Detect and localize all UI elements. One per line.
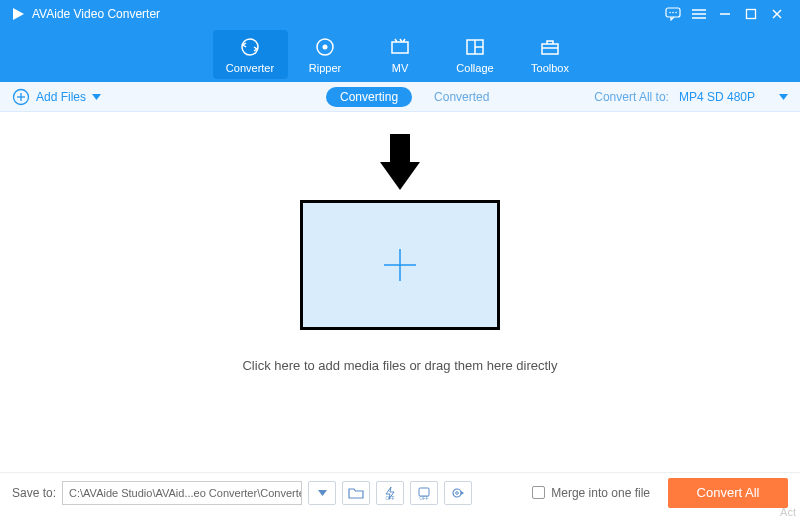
converter-icon [239,36,261,58]
add-files-label: Add Files [36,90,86,104]
footer: Save to: C:\AVAide Studio\AVAid...eo Con… [0,472,800,512]
checkbox-icon [532,486,545,499]
settings-button[interactable] [444,481,472,505]
tab-toolbox[interactable]: Toolbox [513,27,588,82]
convert-all-to-label: Convert All to: [594,90,669,104]
merge-label: Merge into one file [551,486,650,500]
speed-icon: OFF [417,486,431,500]
minimize-button[interactable] [712,2,738,26]
svg-marker-25 [779,94,788,100]
drop-hint: Click here to add media files or drag th… [242,358,557,373]
chevron-down-icon [779,94,788,100]
open-folder-button[interactable] [342,481,370,505]
convert-all-button[interactable]: Convert All [668,478,788,508]
svg-point-14 [323,44,328,49]
svg-rect-33 [419,488,429,496]
arrow-down-icon [375,132,425,192]
feedback-button[interactable] [660,2,686,26]
menu-button[interactable] [686,2,712,26]
merge-checkbox[interactable]: Merge into one file [532,486,650,500]
close-icon [771,8,783,20]
format-value: MP4 SD 480P [679,90,755,104]
tab-converter[interactable]: Converter [213,30,288,79]
ripper-icon [314,36,336,58]
tab-label: Ripper [309,62,341,74]
minimize-icon [719,8,731,20]
svg-text:OFF: OFF [420,496,429,500]
path-dropdown-button[interactable] [308,481,336,505]
subbar: Add Files Converting Converted Convert A… [0,82,800,112]
svg-point-3 [672,11,674,13]
activation-watermark: Act [780,506,796,518]
mv-icon [389,36,411,58]
chevron-down-icon [318,490,327,496]
tab-label: MV [392,62,409,74]
tab-ripper[interactable]: Ripper [288,27,363,82]
svg-point-2 [669,11,671,13]
app-logo: AVAide Video Converter [10,6,160,22]
tab-mv[interactable]: MV [363,27,438,82]
save-path-field[interactable]: C:\AVAide Studio\AVAid...eo Converter\Co… [62,481,302,505]
svg-marker-24 [92,94,101,100]
main-area: Click here to add media files or drag th… [0,112,800,470]
save-to-label: Save to: [12,486,56,500]
svg-point-12 [242,39,258,55]
add-files-button[interactable]: Add Files [12,88,101,106]
tab-label: Converter [226,62,274,74]
lightning-icon: OFF [383,486,397,500]
plus-circle-icon [12,88,30,106]
svg-marker-37 [461,491,464,495]
high-speed-button[interactable]: OFF [410,481,438,505]
drop-zone[interactable] [300,200,500,330]
tab-label: Toolbox [531,62,569,74]
folder-icon [348,486,364,500]
menu-icon [692,8,706,20]
titlebar: AVAide Video Converter [0,0,800,27]
svg-marker-27 [380,162,420,190]
chevron-down-icon [92,94,101,100]
svg-rect-15 [392,42,408,53]
close-button[interactable] [764,2,790,26]
svg-point-35 [453,489,461,497]
status-segment: Converting Converted [326,87,503,107]
svg-rect-9 [747,9,756,18]
svg-rect-19 [542,44,558,54]
maximize-button[interactable] [738,2,764,26]
feedback-icon [665,7,681,21]
svg-point-4 [675,11,677,13]
plus-icon [378,243,422,287]
hardware-accel-button[interactable]: OFF [376,481,404,505]
tab-collage[interactable]: Collage [438,27,513,82]
convert-all-to-dropdown[interactable]: Convert All to: MP4 SD 480P [594,90,788,104]
svg-marker-0 [13,8,24,20]
converted-tab[interactable]: Converted [420,87,503,107]
logo-icon [10,6,26,22]
gear-icon [451,486,465,500]
toolbox-icon [539,36,561,58]
converting-tab[interactable]: Converting [326,87,412,107]
svg-text:OFF: OFF [386,496,395,500]
collage-icon [464,36,486,58]
svg-point-36 [456,491,459,494]
svg-marker-30 [318,490,327,496]
main-navbar: Converter Ripper MV Collage Toolbox [0,27,800,82]
maximize-icon [745,8,757,20]
svg-rect-26 [390,134,410,164]
tab-label: Collage [456,62,493,74]
app-title: AVAide Video Converter [32,7,160,21]
